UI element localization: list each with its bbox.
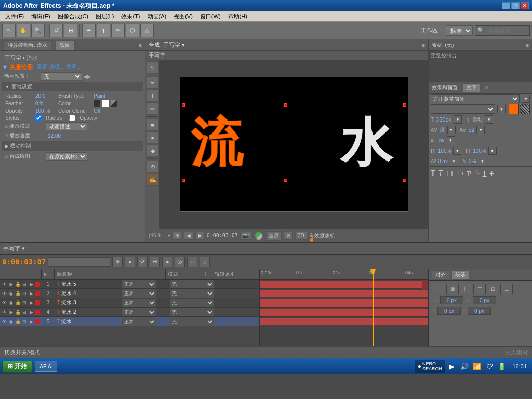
close-button[interactable]: ✕ — [521, 2, 529, 9]
baseline-shift-menu[interactable]: ▾ — [450, 157, 458, 165]
tool-camera[interactable]: ⊞ — [64, 24, 77, 37]
layer-2-expand[interactable]: ▶ — [28, 290, 34, 297]
layer-5-expand[interactable]: ▶ — [28, 318, 34, 325]
layer-4-label[interactable]: ⊞ — [21, 309, 28, 315]
font-select[interactable]: 方正黄草简体 — [431, 94, 520, 103]
sel-handle-bl[interactable] — [182, 179, 185, 182]
track-bar-4[interactable] — [260, 309, 428, 316]
menu-view[interactable]: 视图(V) — [170, 12, 196, 21]
layer-2-parent-select[interactable]: 无 — [170, 289, 214, 298]
align-bottom-btn[interactable]: ⊥ — [500, 284, 513, 294]
tool-pen[interactable]: ✒ — [82, 24, 96, 37]
layer-3-expand[interactable]: ▶ — [28, 300, 34, 306]
layer-2-lock[interactable]: 🔒 — [15, 290, 21, 297]
composition-canvas[interactable]: 流 水 — [180, 77, 408, 212]
canvas-3d-btn[interactable]: 3D — [295, 232, 307, 240]
tool-rotate[interactable]: ↺ — [49, 24, 63, 37]
menu-effect[interactable]: 效果(T) — [118, 12, 143, 21]
start-button[interactable]: ⊞ 开始 — [2, 361, 33, 373]
font-menu-btn[interactable]: ▾ — [522, 95, 530, 103]
layer-1-label[interactable]: ⊞ — [21, 281, 28, 287]
color-swap-btn[interactable] — [110, 100, 117, 107]
layer-1-solo[interactable]: ◉ — [8, 281, 14, 287]
layer-1-expand[interactable]: ▶ — [28, 281, 34, 287]
tl-btn-2[interactable]: ♦ — [125, 257, 135, 267]
menu-animation[interactable]: 动画(A) — [144, 12, 170, 21]
tl-btn-5[interactable]: ● — [162, 257, 172, 267]
layer-3-label[interactable]: ⊞ — [21, 300, 28, 306]
canvas-fullscreen-btn[interactable]: 全屏 — [266, 231, 282, 241]
taskbar-icon-5[interactable]: 🔋 — [497, 361, 507, 371]
stagger-tab[interactable]: 段落 — [451, 270, 469, 280]
kerning-menu[interactable]: ▾ — [447, 126, 456, 134]
taskbar-icon-4[interactable]: 🛡 — [484, 361, 495, 371]
skew-menu[interactable]: ▾ — [478, 157, 486, 165]
align-menu[interactable]: ≡ — [526, 272, 529, 278]
shape-expand-icon[interactable]: ▼ — [2, 64, 8, 70]
baseline-menu[interactable]: ▾ — [447, 136, 455, 144]
stroke-color-swatch[interactable] — [520, 104, 530, 114]
align-center-v-btn[interactable]: ⊡ — [487, 284, 499, 294]
bold-btn[interactable]: T — [431, 169, 435, 177]
tl-btn-3[interactable]: ⟳ — [137, 257, 148, 267]
tool-hand[interactable]: ✋ — [17, 24, 30, 37]
track-bar-1-end[interactable] — [422, 280, 428, 289]
leading-menu[interactable]: ▾ — [485, 115, 493, 124]
effect-controls-tab[interactable]: 特效控制台: 流水 — [3, 40, 52, 50]
font-style-select[interactable]: - — [431, 104, 495, 114]
brush-section-header[interactable]: ▼ 画笔设置 — [2, 82, 143, 91]
layer-5-solo[interactable]: ◉ — [8, 318, 14, 325]
sel-handle-tm[interactable] — [284, 103, 287, 107]
track-bar-1[interactable] — [260, 281, 428, 288]
layer-4-eye[interactable]: 👁 — [1, 309, 7, 315]
footage-menu[interactable]: ≡ — [526, 42, 529, 48]
layer-5-parent-select[interactable]: 无 — [170, 317, 214, 326]
taskbar-icon-1[interactable]: ▶ — [447, 361, 457, 371]
motion-section-header[interactable]: ▶ 摆动控制 — [2, 141, 143, 151]
vtool-brush[interactable]: ✏ — [147, 102, 159, 115]
vtool-poly[interactable]: ◆ — [147, 144, 159, 157]
taskbar-icon-2[interactable]: 🔊 — [459, 361, 470, 371]
search-help-input[interactable] — [486, 25, 527, 36]
project-tab[interactable]: 项目 — [55, 40, 75, 50]
taskbar-ae-app[interactable]: AE A. — [35, 361, 57, 372]
reset-btn[interactable]: 重置 — [37, 63, 47, 71]
layer-5-eye[interactable]: 👁 — [1, 318, 7, 325]
canvas-next-frame[interactable]: ▶ — [195, 232, 205, 240]
align-left-btn[interactable]: ⊣ — [433, 284, 445, 294]
margin-bottom-input[interactable] — [468, 307, 491, 315]
layer-3-mode-select[interactable]: 正常 — [122, 299, 156, 307]
layer-5-mode-select[interactable]: 正常 — [122, 317, 156, 326]
menu-window[interactable]: 窗口(W) — [197, 12, 224, 21]
maximize-button[interactable]: □ — [511, 2, 520, 9]
track-bar-2[interactable] — [260, 290, 428, 297]
anchor-point[interactable] — [310, 238, 313, 242]
options-btn[interactable]: 选项... — [49, 63, 64, 71]
anim-preset-select[interactable]: 无 — [41, 72, 82, 81]
anim-next-icon[interactable]: ▶ — [87, 74, 91, 79]
super-btn[interactable]: Tr — [467, 169, 472, 177]
timeline-tracks[interactable]: 0:00s 01s 02s 03s 04s 05s — [260, 269, 428, 346]
effects-menu[interactable]: ≡ — [526, 85, 529, 91]
italic-btn[interactable]: T — [438, 169, 443, 177]
text-tab[interactable]: 文字 — [463, 83, 481, 92]
canvas-grid-btn[interactable]: ⊞ — [172, 232, 182, 240]
tracking-menu[interactable]: ▾ — [476, 126, 485, 134]
layer-2-mode-select[interactable]: 正常 — [122, 289, 156, 298]
composite-select[interactable]: 在原始素材内 — [46, 152, 87, 161]
tl-btn-8[interactable]: ↕ — [200, 257, 210, 267]
font-style-menu-btn[interactable]: ▾ — [497, 105, 506, 113]
layer-4-solo[interactable]: ◉ — [8, 309, 14, 315]
menu-edit[interactable]: 编辑(E) — [28, 12, 54, 21]
layer-1-eye[interactable]: 👁 — [1, 281, 7, 287]
canvas-safe-area-btn[interactable]: ⊠ — [284, 232, 293, 240]
vtool-select[interactable]: ↖ — [147, 61, 159, 74]
tool-zoom[interactable]: 🔍 — [31, 24, 45, 37]
layer-3-eye[interactable]: 👁 — [1, 300, 7, 306]
layer-4-parent-select[interactable]: 无 — [170, 308, 214, 316]
menu-file[interactable]: 文件(F) — [2, 12, 27, 21]
timeline-menu[interactable]: ≡ — [526, 246, 529, 252]
align-top-btn[interactable]: ⊤ — [473, 284, 486, 294]
sel-handle-tr[interactable] — [403, 103, 406, 107]
tl-btn-7[interactable]: ↔ — [187, 257, 197, 267]
